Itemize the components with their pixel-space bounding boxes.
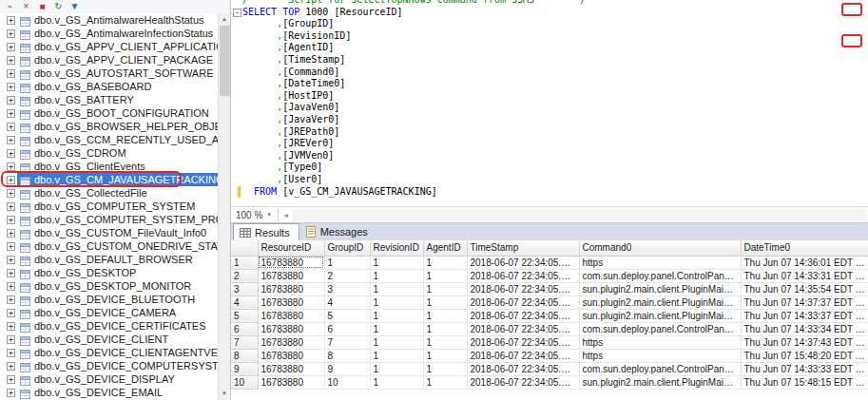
tree-item[interactable]: +dbo.v_GS_CM_JAVAUSAGETRACKING — [0, 173, 218, 186]
grid-cell[interactable]: 1 — [370, 256, 423, 269]
tree-item-selectable[interactable]: dbo.v_GS_ClientEvents — [17, 160, 148, 173]
grid-cell[interactable]: Thu Jun 07 14:37:43 EDT 2018 — [741, 335, 868, 349]
row-header[interactable]: 10 — [231, 375, 258, 389]
grid-cell[interactable]: 1 — [370, 295, 423, 309]
grid-cell[interactable]: 16783880 — [258, 295, 324, 309]
grid-cell[interactable]: 2018-06-07 22:34:05.000 — [467, 309, 579, 322]
grid-cell[interactable]: com.sun.deploy.panel.ControlPanel -userC… — [579, 269, 741, 282]
grid-cell[interactable]: 7 — [324, 335, 370, 349]
disconnect-icon[interactable]: × — [20, 1, 32, 12]
grid-column-header[interactable]: RevisionID — [370, 240, 423, 256]
grid-cell[interactable]: 2018-06-07 22:34:05.000 — [467, 282, 579, 295]
grid-column-header[interactable]: ResourceID — [258, 240, 324, 256]
grid-cell[interactable]: Thu Jun 07 14:33:37 EDT 2018 — [741, 309, 868, 322]
grid-cell[interactable]: https — [579, 256, 741, 269]
tree-item[interactable]: +dbo.v_GS_COMPUTER_SYSTEM_PRODUCT — [0, 213, 218, 226]
row-header[interactable]: 6 — [231, 322, 258, 335]
grid-cell[interactable]: 1 — [370, 349, 423, 362]
tree-item-selectable[interactable]: dbo.v_GS_COMPUTER_SYSTEM — [17, 200, 198, 213]
grid-cell[interactable]: 16783880 — [258, 282, 324, 295]
grid-column-header[interactable]: DateTime0 — [741, 240, 868, 256]
grid-cell[interactable]: 2018-06-07 22:34:05.000 — [467, 322, 579, 335]
connect-icon[interactable]: ⌁ — [4, 1, 16, 12]
row-header[interactable]: 8 — [231, 349, 258, 362]
expand-icon[interactable]: + — [7, 29, 15, 38]
tree-item-selectable[interactable]: dbo.v_GS_CDROM — [17, 146, 129, 160]
tree-item-selectable[interactable]: dbo.v_GS_DEVICE_CERTIFICATES — [17, 319, 209, 333]
expand-icon[interactable]: + — [7, 96, 15, 105]
refresh-icon[interactable]: ↻ — [52, 1, 65, 12]
expand-icon[interactable]: + — [7, 69, 15, 78]
tree-item[interactable]: +dbo.v_GS_CUSTOM_FileVault_Info0 — [0, 226, 218, 239]
tree-item-selectable[interactable]: dbo.v_GS_CM_JAVAUSAGETRACKING — [17, 173, 218, 186]
zoom-control[interactable]: 100 % ▼ — [231, 210, 278, 220]
expand-icon[interactable]: + — [7, 295, 15, 304]
grid-cell[interactable]: 10 — [324, 375, 370, 389]
tree-item[interactable]: +dbo.v_GS_DEFAULT_BROWSER — [0, 253, 218, 266]
grid-cell[interactable]: sun.plugin2.main.client.PluginMain read_… — [579, 309, 741, 322]
grid-cell[interactable]: Thu Jun 07 14:33:34 EDT 2018 — [741, 322, 868, 335]
expand-icon[interactable]: + — [7, 56, 15, 65]
grid-cell[interactable]: 1 — [423, 349, 467, 362]
collapse-icon[interactable]: - — [233, 9, 241, 17]
row-header[interactable]: 9 — [231, 362, 258, 375]
tree-item[interactable]: +dbo.v_GS_CUSTOM_ONEDRIVE_STATUS — [0, 239, 218, 253]
grid-cell[interactable]: sun.plugin2.main.client.PluginMain read_… — [579, 282, 741, 295]
row-header[interactable]: 1 — [231, 256, 258, 269]
tree-item[interactable]: +dbo.v_GS_DEVICE_CERTIFICATES — [0, 319, 218, 333]
tree-item-selectable[interactable]: dbo.v_GS_DEVICE_COMPUTERSYSTEM — [17, 359, 218, 372]
grid-cell[interactable]: Thu Jun 07 14:33:31 EDT 2018 — [741, 269, 868, 282]
grid-column-header[interactable]: GroupID — [324, 240, 370, 256]
tree-item-selectable[interactable]: dbo.v_GS_DEVICE_CLIENT — [17, 333, 171, 346]
grid-cell[interactable]: 2018-06-07 22:34:05.000 — [467, 295, 579, 309]
grid-cell[interactable]: sun.plugin2.main.client.PluginMain read_… — [579, 375, 741, 389]
grid-cell[interactable]: 16783880 — [258, 256, 324, 269]
grid-cell[interactable]: 1 — [423, 375, 467, 389]
tree-item-selectable[interactable]: dbo.v_GS_COMPUTER_SYSTEM_PRODUCT — [17, 213, 218, 226]
grid-cell[interactable]: 1 — [423, 309, 467, 322]
tree-item[interactable]: +dbo.v_GS_COMPUTER_SYSTEM — [0, 200, 218, 213]
expand-icon[interactable]: + — [7, 109, 15, 118]
expand-icon[interactable]: + — [7, 149, 15, 158]
tree-item[interactable]: +dbo.v_GS_APPV_CLIENT_PACKAGE — [0, 53, 218, 67]
tab-results[interactable]: Results — [233, 223, 299, 240]
tree-item[interactable]: +dbo.v_GS_CDROM — [0, 146, 218, 160]
grid-cell[interactable]: 2018-06-07 22:34:05.000 — [467, 349, 579, 362]
grid-cell[interactable]: 1 — [370, 269, 423, 282]
expand-icon[interactable]: + — [7, 282, 15, 291]
expand-icon[interactable]: + — [7, 16, 15, 25]
grid-cell[interactable]: 2018-06-07 22:34:05.000 — [467, 362, 579, 375]
tree-item-selectable[interactable]: dbo.v_GS_BOOT_CONFIGURATION — [17, 106, 212, 120]
tree-item-selectable[interactable]: dbo.v_GS_CUSTOM_FileVault_Info0 — [17, 226, 209, 239]
expand-icon[interactable]: + — [7, 202, 15, 211]
tree-item-selectable[interactable]: dbo.v_GS_APPV_CLIENT_PACKAGE — [17, 53, 216, 67]
grid-cell[interactable]: 1 — [370, 362, 423, 375]
grid-cell[interactable]: 2018-06-07 22:34:05.000 — [467, 269, 579, 282]
grid-cell[interactable]: 16783880 — [258, 362, 324, 375]
tree-item-selectable[interactable]: dbo.v_GS_DEVICE_DISPLAY — [17, 372, 178, 386]
tree-item-selectable[interactable]: dbo.v_GS_AUTOSTART_SOFTWARE — [17, 67, 216, 80]
expand-icon[interactable]: + — [7, 176, 15, 184]
tree-item[interactable]: +dbo.v_GS_DEVICE_BLUETOOTH — [0, 293, 218, 306]
tree-item-selectable[interactable]: dbo.v_GS_DEVICE_EMAIL — [17, 386, 165, 399]
grid-cell[interactable]: 16783880 — [258, 349, 324, 362]
grid-cell[interactable]: 6 — [324, 322, 370, 335]
expand-icon[interactable]: + — [7, 83, 15, 91]
tab-messages[interactable]: Messages — [299, 223, 376, 240]
tree-item[interactable]: +dbo.v_GS_CCM_RECENTLY_USED_APPS — [0, 133, 218, 146]
tree-item-selectable[interactable]: dbo.v_GS_DEVICE_BLUETOOTH — [17, 293, 198, 306]
expand-icon[interactable]: + — [7, 162, 15, 171]
tree-item[interactable]: +dbo.v_GS_BASEBOARD — [0, 80, 218, 93]
grid-cell[interactable]: 2018-06-07 22:34:05.000 — [467, 335, 579, 349]
expand-icon[interactable]: + — [7, 309, 15, 317]
expand-icon[interactable]: + — [7, 123, 15, 131]
tree-item[interactable]: +dbo.v_GS_DEVICE_DISPLAY — [0, 372, 218, 386]
grid-column-header[interactable]: AgentID — [423, 240, 467, 256]
expand-icon[interactable]: + — [7, 43, 15, 51]
filter-icon[interactable]: ▼ — [68, 1, 81, 12]
row-header[interactable]: 4 — [231, 295, 258, 309]
grid-cell[interactable]: 4 — [324, 295, 370, 309]
grid-column-header[interactable]: TimeStamp — [467, 240, 579, 256]
expand-icon[interactable]: + — [7, 256, 15, 264]
tree-item[interactable]: +dbo.v_GS_BOOT_CONFIGURATION — [0, 106, 218, 120]
